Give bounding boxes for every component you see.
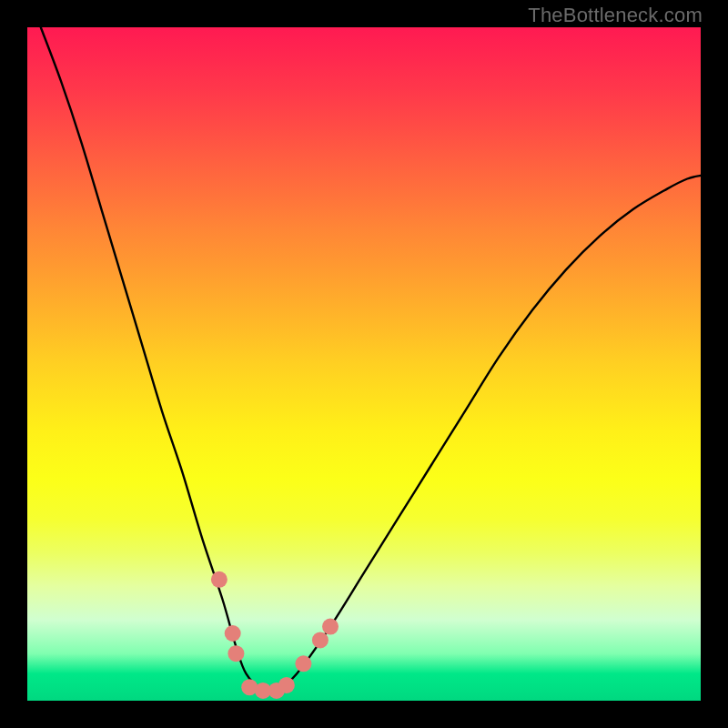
- watermark-text: TheBottleneck.com: [528, 4, 703, 27]
- left-upper-dot: [211, 571, 228, 588]
- bottleneck-curve: [41, 27, 701, 693]
- right-mid-dot: [312, 632, 329, 648]
- curve-markers: [211, 571, 339, 699]
- chart-frame: TheBottleneck.com: [0, 0, 728, 728]
- chart-svg: [27, 27, 701, 701]
- bottom-pill-4: [278, 677, 295, 693]
- left-low-dot: [228, 645, 244, 662]
- left-mid-dot: [225, 625, 241, 642]
- right-upper-dot: [322, 619, 339, 635]
- right-low-dot: [295, 655, 311, 672]
- plot-area: [27, 27, 701, 701]
